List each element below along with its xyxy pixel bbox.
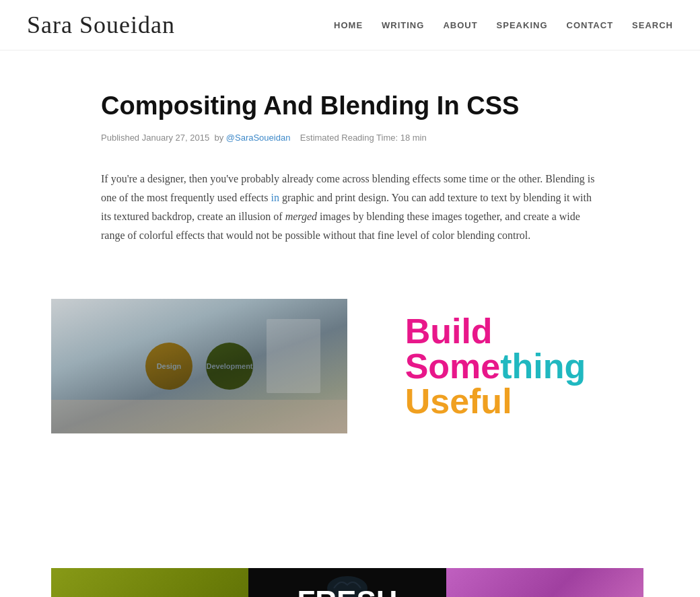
nav-about[interactable]: ABOUT (443, 20, 477, 30)
build-text: Build Something Useful (405, 314, 586, 419)
build-line2: Something (405, 349, 586, 384)
nav-contact[interactable]: CONTACT (567, 20, 614, 30)
body-text-before: If you're a designer, then you've probab… (101, 173, 595, 241)
bottom-grid: Go Outside FRESH WATER (51, 568, 643, 597)
water-text: FRESH WATER (295, 587, 400, 597)
grid-cell-outside: Go Outside (51, 568, 248, 597)
grid-cell-office: Design Development (51, 299, 347, 433)
grid-cell-water: FRESH WATER (248, 568, 446, 597)
outside-bg (51, 568, 248, 597)
article-body: If you're a designer, then you've probab… (101, 170, 599, 245)
grid-cell-build: Build Something Useful (347, 299, 643, 433)
article-main: Compositing And Blending In CSS Publishe… (74, 50, 626, 299)
image-grid-wrapper: Design Development Build Something Usefu… (51, 299, 643, 597)
nav-speaking[interactable]: SPEAKING (497, 20, 548, 30)
grid-cell-laptop (446, 568, 643, 597)
build-line3: Useful (405, 384, 586, 419)
body-italic: merged (285, 211, 317, 222)
reading-time: Estimated Reading Time: 18 min (300, 133, 427, 143)
article-title: Compositing And Blending In CSS (101, 91, 599, 122)
nav-writing[interactable]: WRITING (382, 20, 424, 30)
site-logo[interactable]: Sara Soueidan (27, 11, 175, 39)
circle-design: Design (145, 343, 193, 390)
author-link[interactable]: @SaraSoueidan (226, 133, 291, 143)
published-date: Published January 27, 2015 (101, 133, 209, 143)
body-link-in[interactable]: in (271, 192, 279, 203)
build-line1: Build (405, 314, 586, 349)
circle-dev: Development (206, 343, 253, 390)
nav-search[interactable]: SEARCH (632, 20, 673, 30)
nav-home[interactable]: HOME (334, 20, 363, 30)
site-header: Sara Soueidan HOME WRITING ABOUT SPEAKIN… (0, 0, 700, 50)
image-grid: Design Development Build Something Usefu… (51, 299, 643, 568)
by-label: by (214, 133, 223, 143)
article-meta: Published January 27, 2015 by @SaraSouei… (101, 133, 599, 143)
main-nav: HOME WRITING ABOUT SPEAKING CONTACT SEAR… (334, 20, 673, 30)
